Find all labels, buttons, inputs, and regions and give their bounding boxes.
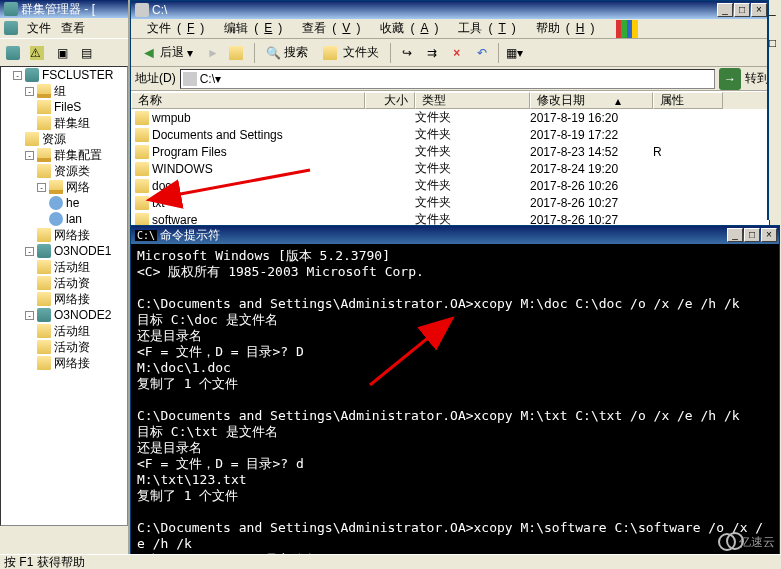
folder-icon [135, 179, 149, 193]
explorer-titlebar[interactable]: C:\ _ □ × [131, 1, 769, 19]
col-type[interactable]: 类型 [415, 92, 530, 109]
col-attr[interactable]: 属性 [653, 92, 723, 109]
table-row[interactable]: txt文件夹2017-8-26 10:27 [131, 194, 769, 211]
minimize-button[interactable]: _ [717, 3, 733, 17]
cluster-menubar: 文件 查看 [0, 18, 128, 38]
cmd-titlebar[interactable]: C:\ 命令提示符 _ □ × [131, 226, 779, 244]
table-row[interactable]: wmpub文件夹2017-8-19 16:20 [131, 109, 769, 126]
tool-4[interactable]: ▤ [75, 42, 97, 64]
explorer-title: C:\ [152, 3, 167, 17]
moveto-icon[interactable]: ↪ [396, 42, 418, 64]
cluster-toolbar: ⚠ ▣ ▤ [0, 38, 128, 66]
folder-icon [37, 324, 51, 338]
col-mod[interactable]: 修改日期▴ [530, 92, 653, 109]
up-button[interactable] [227, 42, 249, 64]
tree-group[interactable]: 组 [54, 83, 66, 100]
folder-icon [37, 228, 51, 242]
cluster-title: 群集管理器 - [ [21, 1, 95, 18]
delete-icon[interactable]: × [446, 42, 468, 64]
status-bar: 按 F1 获得帮助 [0, 554, 781, 569]
drive-icon [135, 3, 149, 17]
address-label: 地址(D) [135, 70, 176, 87]
close-button[interactable]: × [751, 3, 767, 17]
background-window-edge: _ □ [767, 0, 781, 220]
cmd-window: C:\ 命令提示符 _ □ × Microsoft Windows [版本 5.… [130, 225, 780, 569]
folder-icon [37, 292, 51, 306]
cluster-menu-view[interactable]: 查看 [57, 18, 89, 39]
menu-view[interactable]: 查看(V) [290, 18, 366, 39]
cluster-manager-window: 群集管理器 - [ 文件 查看 ⚠ ▣ ▤ -FSCLUSTER -组 File… [0, 0, 130, 554]
views-icon[interactable]: ▦▾ [504, 42, 526, 64]
cmd-close-button[interactable]: × [761, 228, 777, 242]
table-row[interactable]: Documents and Settings文件夹2017-8-19 17:22 [131, 126, 769, 143]
folder-open-icon [37, 84, 51, 98]
tool-3[interactable]: ▣ [51, 42, 73, 64]
list-header: 名称 大小 类型 修改日期▴ 属性 [131, 91, 769, 109]
cluster-icon [4, 2, 18, 16]
folder-icon [135, 196, 149, 210]
sys-icon[interactable] [4, 21, 18, 35]
group-icon [37, 116, 51, 130]
cluster-tree[interactable]: -FSCLUSTER -组 FileS 群集组 资源 -群集配置 资源类 -网络… [0, 66, 128, 526]
col-name[interactable]: 名称 [131, 92, 365, 109]
file-list[interactable]: wmpub文件夹2017-8-19 16:20Documents and Set… [131, 109, 769, 229]
cluster-menu-file[interactable]: 文件 [23, 18, 55, 39]
server-icon [25, 68, 39, 82]
col-size[interactable]: 大小 [365, 92, 415, 109]
folder-icon [37, 260, 51, 274]
cluster-titlebar[interactable]: 群集管理器 - [ [0, 0, 128, 18]
folder-icon [37, 340, 51, 354]
menu-help[interactable]: 帮助(H) [524, 18, 601, 39]
copyto-icon[interactable]: ⇉ [421, 42, 443, 64]
drive-icon [183, 72, 197, 86]
tree-root[interactable]: FSCLUSTER [42, 68, 113, 82]
group-icon [37, 100, 51, 114]
table-row[interactable]: doc文件夹2017-8-26 10:26 [131, 177, 769, 194]
tool-2[interactable]: ⚠ [27, 42, 49, 64]
folder-icon [37, 276, 51, 290]
node-icon [37, 308, 51, 322]
folders-button[interactable]: 文件夹 [317, 42, 385, 64]
node-icon [37, 244, 51, 258]
cmd-output[interactable]: Microsoft Windows [版本 5.2.3790] <C> 版权所有… [131, 244, 779, 569]
menu-edit[interactable]: 编辑(E) [212, 18, 288, 39]
explorer-menubar: 文件(F) 编辑(E) 查看(V) 收藏(A) 工具(T) 帮助(H) [131, 19, 769, 39]
explorer-toolbar: ◄后退 ▾ ► 🔍搜索 文件夹 ↪ ⇉ × ↶ ▦▾ [131, 39, 769, 67]
table-row[interactable]: Program Files文件夹2017-8-23 14:52R [131, 143, 769, 160]
folder-icon [135, 128, 149, 142]
folder-icon [37, 356, 51, 370]
folder-open-icon [49, 180, 63, 194]
menu-tools[interactable]: 工具(T) [446, 18, 521, 39]
folder-open-icon [37, 148, 51, 162]
folder-icon [135, 111, 149, 125]
watermark-logo: 亿速云 [718, 533, 775, 551]
search-button[interactable]: 🔍搜索 [260, 42, 314, 64]
dropdown-icon[interactable]: ▾ [215, 72, 221, 86]
folder-icon [135, 162, 149, 176]
bg-max[interactable]: □ [769, 36, 781, 50]
network-icon [49, 196, 63, 210]
folder-icon [25, 132, 39, 146]
cmd-minimize-button[interactable]: _ [727, 228, 743, 242]
folder-icon [37, 164, 51, 178]
table-row[interactable]: WINDOWS文件夹2017-8-24 19:20 [131, 160, 769, 177]
toggle-icon[interactable]: - [13, 71, 22, 80]
address-bar: 地址(D) C:\ ▾ → 转到 [131, 67, 769, 91]
back-button[interactable]: ◄后退 ▾ [135, 42, 199, 64]
network-icon [49, 212, 63, 226]
menu-file[interactable]: 文件(F) [135, 18, 210, 39]
cmd-title: 命令提示符 [160, 227, 220, 244]
tool-1[interactable] [3, 42, 25, 64]
explorer-window: C:\ _ □ × 文件(F) 编辑(E) 查看(V) 收藏(A) 工具(T) … [130, 0, 770, 225]
bg-min[interactable]: _ [769, 2, 781, 16]
menu-fav[interactable]: 收藏(A) [368, 18, 444, 39]
cmd-icon: C:\ [135, 230, 157, 241]
address-input[interactable]: C:\ ▾ [180, 69, 715, 89]
go-label[interactable]: 转到 [745, 70, 769, 87]
undo-icon[interactable]: ↶ [471, 42, 493, 64]
go-button[interactable]: → [719, 68, 741, 90]
cmd-maximize-button[interactable]: □ [744, 228, 760, 242]
forward-button[interactable]: ► [202, 42, 224, 64]
maximize-button[interactable]: □ [734, 3, 750, 17]
folder-icon [135, 145, 149, 159]
